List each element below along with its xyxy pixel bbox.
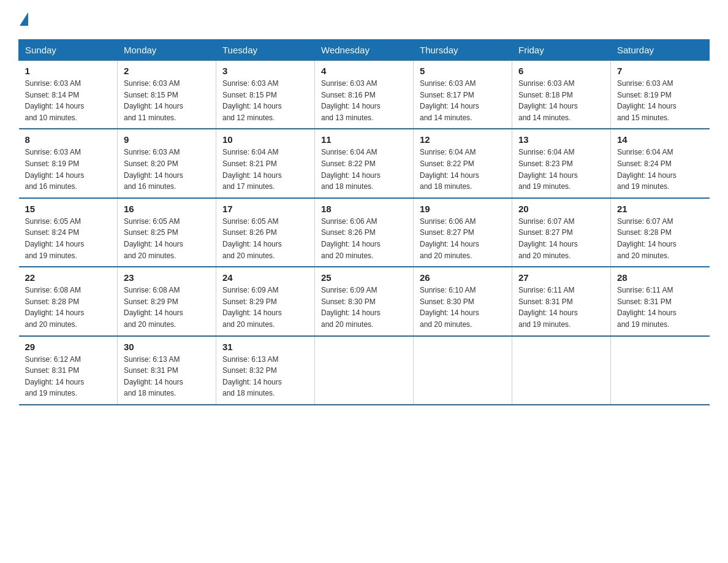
day-info: Sunrise: 6:05 AM Sunset: 8:24 PM Dayligh… [25, 216, 112, 261]
day-number: 4 [321, 66, 407, 76]
calendar-cell: 6 Sunrise: 6:03 AM Sunset: 8:18 PM Dayli… [512, 61, 611, 129]
calendar-cell: 28 Sunrise: 6:11 AM Sunset: 8:31 PM Dayl… [611, 267, 710, 335]
calendar-cell: 17 Sunrise: 6:05 AM Sunset: 8:26 PM Dayl… [216, 198, 315, 267]
calendar-cell: 4 Sunrise: 6:03 AM Sunset: 8:16 PM Dayli… [315, 61, 414, 129]
day-info: Sunrise: 6:04 AM Sunset: 8:21 PM Dayligh… [222, 147, 308, 192]
day-number: 10 [222, 134, 308, 145]
calendar-cell: 13 Sunrise: 6:04 AM Sunset: 8:23 PM Dayl… [512, 129, 611, 197]
day-info: Sunrise: 6:09 AM Sunset: 8:29 PM Dayligh… [222, 285, 308, 330]
calendar-cell: 27 Sunrise: 6:11 AM Sunset: 8:31 PM Dayl… [512, 267, 611, 335]
day-info: Sunrise: 6:03 AM Sunset: 8:15 PM Dayligh… [222, 78, 308, 123]
day-number: 5 [420, 66, 506, 76]
day-info: Sunrise: 6:03 AM Sunset: 8:17 PM Dayligh… [420, 78, 506, 123]
calendar-cell: 10 Sunrise: 6:04 AM Sunset: 8:21 PM Dayl… [216, 129, 315, 197]
calendar-cell: 20 Sunrise: 6:07 AM Sunset: 8:27 PM Dayl… [512, 198, 611, 267]
calendar-cell: 9 Sunrise: 6:03 AM Sunset: 8:20 PM Dayli… [118, 129, 216, 197]
day-number: 25 [321, 272, 407, 283]
day-info: Sunrise: 6:06 AM Sunset: 8:26 PM Dayligh… [321, 216, 407, 261]
calendar-cell: 30 Sunrise: 6:13 AM Sunset: 8:31 PM Dayl… [118, 336, 216, 405]
day-info: Sunrise: 6:03 AM Sunset: 8:19 PM Dayligh… [617, 78, 703, 123]
day-info: Sunrise: 6:11 AM Sunset: 8:31 PM Dayligh… [518, 285, 604, 330]
logo [18, 12, 28, 27]
calendar-cell: 12 Sunrise: 6:04 AM Sunset: 8:22 PM Dayl… [414, 129, 512, 197]
day-info: Sunrise: 6:07 AM Sunset: 8:28 PM Dayligh… [617, 216, 703, 261]
day-number: 2 [124, 66, 210, 76]
day-info: Sunrise: 6:03 AM Sunset: 8:19 PM Dayligh… [25, 147, 112, 192]
calendar-cell: 26 Sunrise: 6:10 AM Sunset: 8:30 PM Dayl… [414, 267, 512, 335]
day-info: Sunrise: 6:04 AM Sunset: 8:22 PM Dayligh… [321, 147, 407, 192]
calendar-cell: 3 Sunrise: 6:03 AM Sunset: 8:15 PM Dayli… [216, 61, 315, 129]
calendar-week-row: 22 Sunrise: 6:08 AM Sunset: 8:28 PM Dayl… [19, 267, 710, 335]
column-header-thursday: Thursday [414, 40, 512, 61]
day-info: Sunrise: 6:03 AM Sunset: 8:14 PM Dayligh… [25, 78, 112, 123]
page-header [18, 12, 710, 27]
calendar-cell: 14 Sunrise: 6:04 AM Sunset: 8:24 PM Dayl… [611, 129, 710, 197]
calendar-cell: 7 Sunrise: 6:03 AM Sunset: 8:19 PM Dayli… [611, 61, 710, 129]
day-number: 28 [617, 272, 703, 283]
day-info: Sunrise: 6:13 AM Sunset: 8:32 PM Dayligh… [222, 354, 308, 399]
calendar-cell: 15 Sunrise: 6:05 AM Sunset: 8:24 PM Dayl… [19, 198, 118, 267]
day-number: 7 [617, 66, 703, 76]
day-info: Sunrise: 6:12 AM Sunset: 8:31 PM Dayligh… [25, 354, 112, 399]
calendar-cell: 25 Sunrise: 6:09 AM Sunset: 8:30 PM Dayl… [315, 267, 414, 335]
day-number: 17 [222, 204, 308, 214]
calendar-cell: 22 Sunrise: 6:08 AM Sunset: 8:28 PM Dayl… [19, 267, 118, 335]
column-header-wednesday: Wednesday [315, 40, 414, 61]
logo-triangle-icon [20, 12, 28, 26]
day-info: Sunrise: 6:07 AM Sunset: 8:27 PM Dayligh… [518, 216, 604, 261]
calendar-header-row: SundayMondayTuesdayWednesdayThursdayFrid… [19, 40, 710, 61]
day-number: 27 [518, 272, 604, 283]
day-number: 6 [518, 66, 604, 76]
day-info: Sunrise: 6:09 AM Sunset: 8:30 PM Dayligh… [321, 285, 407, 330]
day-number: 13 [518, 134, 604, 145]
calendar-cell: 24 Sunrise: 6:09 AM Sunset: 8:29 PM Dayl… [216, 267, 315, 335]
day-info: Sunrise: 6:04 AM Sunset: 8:24 PM Dayligh… [617, 147, 703, 192]
day-number: 24 [222, 272, 308, 283]
day-number: 8 [25, 134, 112, 145]
day-number: 15 [25, 204, 112, 214]
calendar-cell: 23 Sunrise: 6:08 AM Sunset: 8:29 PM Dayl… [118, 267, 216, 335]
day-number: 30 [124, 342, 210, 352]
day-number: 14 [617, 134, 703, 145]
column-header-monday: Monday [118, 40, 216, 61]
calendar-cell [611, 336, 710, 405]
calendar-cell: 2 Sunrise: 6:03 AM Sunset: 8:15 PM Dayli… [118, 61, 216, 129]
day-info: Sunrise: 6:04 AM Sunset: 8:22 PM Dayligh… [420, 147, 506, 192]
day-number: 26 [420, 272, 506, 283]
calendar-cell: 18 Sunrise: 6:06 AM Sunset: 8:26 PM Dayl… [315, 198, 414, 267]
calendar-table: SundayMondayTuesdayWednesdayThursdayFrid… [18, 39, 710, 405]
column-header-sunday: Sunday [19, 40, 118, 61]
column-header-tuesday: Tuesday [216, 40, 315, 61]
day-info: Sunrise: 6:03 AM Sunset: 8:18 PM Dayligh… [518, 78, 604, 123]
calendar-cell: 11 Sunrise: 6:04 AM Sunset: 8:22 PM Dayl… [315, 129, 414, 197]
day-info: Sunrise: 6:08 AM Sunset: 8:29 PM Dayligh… [124, 285, 210, 330]
calendar-cell: 5 Sunrise: 6:03 AM Sunset: 8:17 PM Dayli… [414, 61, 512, 129]
calendar-week-row: 15 Sunrise: 6:05 AM Sunset: 8:24 PM Dayl… [19, 198, 710, 267]
day-info: Sunrise: 6:05 AM Sunset: 8:26 PM Dayligh… [222, 216, 308, 261]
calendar-cell [315, 336, 414, 405]
day-number: 12 [420, 134, 506, 145]
column-header-friday: Friday [512, 40, 611, 61]
calendar-cell: 29 Sunrise: 6:12 AM Sunset: 8:31 PM Dayl… [19, 336, 118, 405]
day-number: 29 [25, 342, 112, 352]
day-info: Sunrise: 6:03 AM Sunset: 8:16 PM Dayligh… [321, 78, 407, 123]
calendar-cell [414, 336, 512, 405]
calendar-cell: 1 Sunrise: 6:03 AM Sunset: 8:14 PM Dayli… [19, 61, 118, 129]
day-number: 16 [124, 204, 210, 214]
calendar-cell: 8 Sunrise: 6:03 AM Sunset: 8:19 PM Dayli… [19, 129, 118, 197]
calendar-cell: 21 Sunrise: 6:07 AM Sunset: 8:28 PM Dayl… [611, 198, 710, 267]
day-number: 23 [124, 272, 210, 283]
calendar-cell: 31 Sunrise: 6:13 AM Sunset: 8:32 PM Dayl… [216, 336, 315, 405]
day-number: 9 [124, 134, 210, 145]
day-number: 18 [321, 204, 407, 214]
calendar-week-row: 1 Sunrise: 6:03 AM Sunset: 8:14 PM Dayli… [19, 61, 710, 129]
day-info: Sunrise: 6:11 AM Sunset: 8:31 PM Dayligh… [617, 285, 703, 330]
day-info: Sunrise: 6:13 AM Sunset: 8:31 PM Dayligh… [124, 354, 210, 399]
calendar-week-row: 29 Sunrise: 6:12 AM Sunset: 8:31 PM Dayl… [19, 336, 710, 405]
day-info: Sunrise: 6:04 AM Sunset: 8:23 PM Dayligh… [518, 147, 604, 192]
day-info: Sunrise: 6:08 AM Sunset: 8:28 PM Dayligh… [25, 285, 112, 330]
calendar-cell [512, 336, 611, 405]
day-number: 11 [321, 134, 407, 145]
calendar-week-row: 8 Sunrise: 6:03 AM Sunset: 8:19 PM Dayli… [19, 129, 710, 197]
day-info: Sunrise: 6:10 AM Sunset: 8:30 PM Dayligh… [420, 285, 506, 330]
